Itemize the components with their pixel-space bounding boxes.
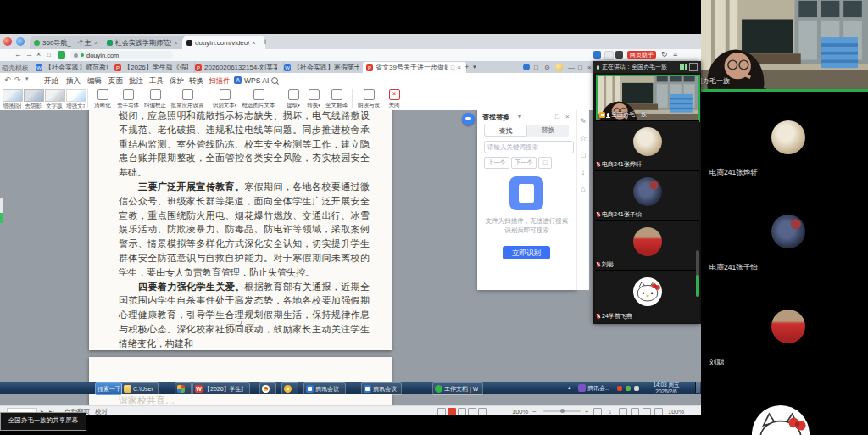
tray-icon-red[interactable] (617, 386, 622, 391)
site-info-icon[interactable] (74, 53, 78, 58)
tab-list-caret-icon[interactable]: ▾ (473, 64, 476, 70)
tray-icon-green[interactable] (626, 386, 631, 391)
strip-avatar-3[interactable] (771, 310, 805, 343)
zoom-in-icon[interactable]: + (585, 408, 588, 415)
monitor-icon[interactable] (643, 408, 651, 416)
menu-insert[interactable]: 插入 (66, 76, 81, 86)
pin-icon[interactable]: □ (555, 113, 559, 120)
maximize-icon[interactable]: □ (578, 64, 582, 71)
browser-tab-2[interactable]: 社会实践学期师范生任务完成（统... × (103, 36, 187, 49)
taskbar-browser-2[interactable] (281, 382, 298, 395)
browser-menu-icon[interactable]: ≡ (673, 50, 677, 59)
copy-icon[interactable] (631, 408, 639, 416)
recognize-text-button[interactable]: 识别文本▾ (212, 89, 237, 109)
menu-tools[interactable]: 工具 (149, 76, 164, 86)
reload-icon[interactable]: ↻ (661, 50, 668, 59)
close-icon[interactable]: × (587, 64, 592, 71)
zoom-slider[interactable] (543, 410, 581, 412)
redo-icon[interactable]: ↷ (14, 75, 21, 84)
wps-doc-tab-5-active[interactable]: P 省文39号关于进一步做好学校寒... □ × (363, 62, 466, 73)
find-input[interactable] (484, 141, 574, 153)
tray-minimize-icon[interactable]: — (558, 384, 564, 390)
previous-button[interactable]: 上一个 (484, 157, 509, 169)
tab-close-icon[interactable]: × (457, 64, 461, 71)
tab-restore-icon[interactable]: □ (451, 64, 454, 70)
single-page-icon[interactable] (458, 408, 466, 416)
menu-convert[interactable]: 转换 (189, 76, 203, 86)
meeting-panel-header[interactable]: 正在讲话：全国办毛一族 (593, 61, 701, 73)
history-caret-icon[interactable]: ▾ (25, 75, 29, 82)
wps-doc-tab-2[interactable]: P 【2026】学生版《假期学习（大学... (111, 62, 195, 73)
menu-comment[interactable]: 批注 (129, 76, 143, 86)
scan-mode-thumb-1[interactable]: 增强锐化 (3, 89, 21, 110)
participant-tile-2[interactable]: 电商241张子怡 (595, 170, 699, 220)
thumbnail-icon[interactable]: □ (577, 151, 589, 159)
menu-start[interactable]: 开始 (44, 76, 58, 86)
tab-replace[interactable]: 替换 (527, 125, 569, 137)
convert-button[interactable]: 转换▾ (304, 89, 323, 109)
play-mode-icon[interactable] (448, 408, 456, 416)
highlight-all-button[interactable]: □ (538, 157, 552, 169)
participant-tile-1[interactable]: 电商241张烨轩 (595, 120, 699, 170)
taskbar-browser-1[interactable] (259, 382, 276, 395)
info-icon[interactable] (654, 408, 663, 416)
next-button[interactable]: 下一个 (511, 157, 537, 169)
home-icon[interactable]: ⌂ (577, 185, 589, 193)
home-icon[interactable]: ⌂ (47, 50, 51, 59)
taskbar-360[interactable] (175, 382, 192, 395)
browser-profile-icon[interactable] (3, 37, 12, 46)
webpage-helper-badge[interactable]: 网页助手 (627, 51, 656, 59)
zoom-out-icon[interactable]: − (532, 408, 536, 415)
fullscreen-icon[interactable] (593, 408, 602, 416)
wps-doc-tab-1[interactable]: W 【社会实践】师范教师毕业一体... (32, 62, 114, 73)
edit-icon[interactable]: ✎ (577, 117, 589, 125)
extension-icon[interactable] (615, 51, 623, 59)
close-scan-button[interactable]: × 关闭 (386, 89, 403, 109)
extension-icon[interactable] (593, 51, 601, 59)
participant-tile-4[interactable]: 24学前飞燕 (595, 270, 699, 322)
strip-presenter-video[interactable]: 全国办毛一族 (701, 0, 868, 92)
wps-doc-tab-4[interactable]: W 【社会实践】寒假第十四天社区志愿 (281, 62, 366, 73)
taskbar-docs[interactable]: 工作文档 | WPS... (432, 382, 483, 395)
taskbar-meeting-2[interactable]: 腾讯会议 (361, 382, 402, 395)
tab-find[interactable]: 查找 (484, 125, 527, 137)
meeting-floating-panel[interactable]: 正在讲话：全国办毛一族 (593, 61, 701, 324)
extract-button[interactable]: 提取▾ (284, 89, 303, 109)
show-desktop-button[interactable] (695, 382, 700, 393)
menu-page[interactable]: 页面 (108, 76, 123, 86)
download-icon[interactable]: ↓ (577, 168, 589, 176)
wps-ai-button[interactable]: WPS AI (244, 76, 269, 85)
tab-close-icon[interactable]: × (252, 39, 256, 47)
menu-protect[interactable]: 保护 (170, 76, 184, 86)
url-field[interactable]: douyin.com (70, 51, 173, 59)
layout-icon[interactable]: □ (534, 64, 538, 71)
batch-apply-button[interactable]: 批量应用设置 (170, 89, 205, 109)
print-icon[interactable] (619, 408, 627, 416)
select-image-text-button[interactable]: 框选图片文本 (240, 89, 277, 109)
settings-icon[interactable]: ⊙ (544, 64, 550, 71)
minimize-icon[interactable]: — (568, 64, 575, 71)
undo-icon[interactable]: ↶ (4, 75, 11, 84)
clarify-button[interactable]: 清晰化 (92, 89, 114, 109)
account-avatar[interactable] (555, 64, 563, 71)
recognize-now-button[interactable]: 立即识别 (503, 246, 550, 259)
scan-mode-thumb-4[interactable]: 增强文本 (66, 89, 85, 110)
taskbar-meeting-1[interactable]: 腾讯会议 (303, 382, 346, 395)
download-icon[interactable]: ↓ (609, 408, 612, 415)
taskbar-search-box[interactable]: 搜索一下 (95, 382, 122, 395)
deskew-button[interactable]: 纠偏校正 (142, 89, 168, 109)
panel-scrollbar[interactable] (696, 250, 699, 297)
search-icon[interactable] (271, 77, 278, 84)
browser-logo-icon[interactable] (16, 37, 25, 46)
tab-close-icon[interactable]: × (94, 39, 98, 47)
new-doc-tab-button[interactable]: + (465, 63, 469, 71)
remove-handwriting-button[interactable]: 去手写体 (115, 89, 141, 109)
cloud-sync-icon[interactable] (523, 64, 530, 70)
translate-button[interactable]: 全文翻译 (325, 89, 348, 109)
browser-tab-1[interactable]: 360导航_一个主页，整个世... × (30, 36, 108, 49)
strip-avatar-1[interactable] (771, 120, 805, 154)
panel-close-icon[interactable]: × (565, 113, 570, 120)
taskbar-wps[interactable]: W 【2026】学生版... (192, 382, 250, 395)
back-icon[interactable]: ← (14, 50, 22, 59)
wps-doc-tab-3[interactable]: P 20260206132154-刘某某检测报... (192, 62, 284, 73)
